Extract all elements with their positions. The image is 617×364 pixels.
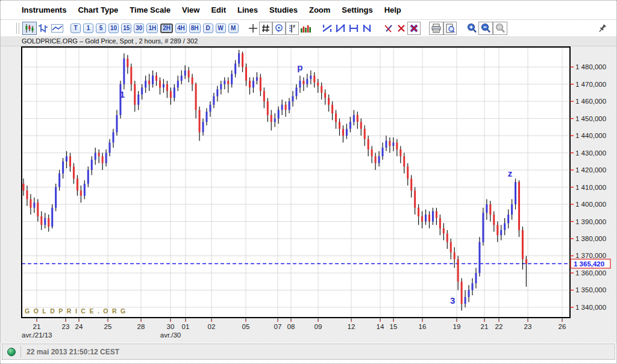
zoom-reset-button[interactable] — [493, 22, 507, 35]
trendline-icon — [322, 24, 333, 33]
menu-bar: InstrumentsChart TypeTime ScaleViewEditL… — [1, 1, 616, 20]
erase-line-tool-button[interactable] — [382, 22, 395, 35]
timescale-button-1h[interactable]: 1H — [146, 24, 158, 33]
toolbar-grip[interactable] — [16, 23, 19, 34]
chart-title-bar: GOLDPRICE.ORG – Gold Price, Spot , 2 hou… — [1, 36, 616, 46]
bubble-info-toggle-button[interactable] — [272, 22, 286, 35]
menu-item-studies[interactable]: Studies — [269, 5, 298, 14]
x-tick-label: 28 — [137, 323, 145, 330]
delete-x-icon — [396, 24, 406, 33]
menu-item-help[interactable]: Help — [384, 5, 401, 14]
watermark: GOLDPRICE.ORG — [25, 307, 130, 315]
x-tick-label: 02 — [208, 323, 216, 330]
y-tick-label: 1 480,000 — [575, 63, 606, 71]
chart-area[interactable]: GOLDPRICE.ORG1pz31 340,0001 350,0001 360… — [1, 46, 617, 343]
menu-item-instruments[interactable]: Instruments — [22, 5, 66, 14]
delete-all-lines-button[interactable] — [407, 22, 421, 35]
timescale-button-30[interactable]: 30 — [134, 24, 144, 33]
line-chart-icon — [51, 24, 63, 33]
menu-item-chart-type[interactable]: Chart Type — [78, 5, 118, 14]
grid-toggle-button[interactable] — [259, 22, 272, 35]
y-tick-label: 1 410,000 — [575, 184, 606, 191]
print-preview-button[interactable] — [443, 22, 457, 35]
line-chart-type-button[interactable] — [50, 22, 64, 35]
zoom-in-button[interactable] — [465, 22, 478, 35]
menu-item-time-scale[interactable]: Time Scale — [130, 5, 171, 14]
y-tick-label: 1 370,000 — [575, 252, 606, 259]
x-tick-label: 16 — [419, 323, 427, 330]
printer-icon — [431, 24, 442, 33]
wave-annotation-3[interactable]: 3 — [450, 295, 455, 306]
x-tick-label: 01 — [182, 323, 190, 330]
y-tick-label: 1 470,000 — [575, 81, 606, 88]
trendline-tool-button[interactable] — [321, 22, 334, 35]
menu-item-lines[interactable]: Lines — [237, 5, 258, 14]
wave-annotation-z[interactable]: z — [508, 168, 513, 178]
toolbar: T151015301H2H4H8HDWM — [1, 20, 616, 36]
timescale-button-t[interactable]: T — [70, 24, 81, 33]
horizontal-segment-tool-button[interactable] — [347, 22, 360, 35]
y-tick-label: 1 360,000 — [575, 269, 606, 277]
x-tick-label: 19 — [453, 323, 461, 330]
trendline-extended-icon — [335, 24, 346, 33]
x-tick-label: 15 — [390, 323, 398, 330]
trendline-extended-tool-button[interactable] — [334, 22, 347, 35]
menu-item-settings[interactable]: Settings — [342, 5, 372, 14]
zoom-out-button[interactable] — [478, 22, 493, 35]
ohlc-bar-chart-icon — [38, 24, 49, 33]
connection-status-icon — [7, 348, 16, 356]
y-tick-label: 1 420,000 — [575, 166, 606, 174]
x-tick-label: 21 — [481, 323, 489, 330]
x-tick-label: 07 — [274, 323, 282, 330]
delete-line-tool-button[interactable] — [395, 22, 407, 35]
chart-title: GOLDPRICE.ORG – Gold Price, Spot , 2 hou… — [22, 37, 198, 45]
timescale-button-4h[interactable]: 4H — [175, 24, 187, 33]
x-tick-label: 23 — [524, 323, 532, 330]
y-tick-label: 1 440,000 — [575, 132, 606, 139]
x-tick-label: 09 — [315, 323, 322, 330]
crosshair-tool-button[interactable] — [247, 22, 259, 35]
timescale-button-1[interactable]: 1 — [83, 24, 93, 33]
status-bar: 22 mai 2013 21:50:12 CEST — [2, 344, 615, 360]
timescale-button-15[interactable]: 15 — [121, 24, 131, 33]
toolbar-pin-button[interactable] — [596, 22, 608, 35]
price-scale-toggle-button[interactable]: # — [286, 22, 299, 35]
x-tick-label: 25 — [104, 323, 112, 330]
print-button[interactable] — [429, 22, 443, 35]
timescale-button-w[interactable]: W — [216, 24, 226, 33]
timescale-button-5[interactable]: 5 — [96, 24, 106, 33]
menu-item-view[interactable]: View — [182, 5, 199, 14]
crosshair-icon — [248, 24, 258, 33]
y-tick-label: 1 460,000 — [575, 98, 606, 105]
last-price-label: 1 365,420 — [574, 260, 604, 268]
timescale-button-8h[interactable]: 8H — [189, 24, 201, 33]
price-chart[interactable]: GOLDPRICE.ORG1pz31 340,0001 350,0001 360… — [1, 46, 617, 343]
x-tick-label: 21 — [33, 323, 41, 330]
timescale-button-2h[interactable]: 2H — [160, 24, 173, 33]
menu-item-edit[interactable]: Edit — [211, 5, 226, 14]
x-tick-label: 05 — [242, 323, 250, 330]
x-date-label: avr./21/13 — [22, 331, 52, 339]
ohlc-bar-chart-type-button[interactable] — [37, 22, 50, 35]
wave-annotation-p[interactable]: p — [297, 62, 302, 72]
delete-all-icon — [409, 24, 419, 33]
svg-text:#: # — [293, 24, 295, 28]
vertical-trend-tool-button[interactable] — [360, 22, 374, 35]
x-date-label: avr./30 — [160, 331, 181, 339]
price-scale-icon: # — [287, 24, 297, 33]
candlestick-chart-icon — [24, 24, 35, 33]
y-tick-label: 1 400,000 — [575, 201, 606, 208]
x-tick-label: 30 — [167, 323, 175, 330]
menu-item-zoom[interactable]: Zoom — [309, 5, 330, 14]
timescale-button-group: T151015301H2H4H8HDWM — [70, 24, 239, 33]
wave-annotation-1[interactable]: 1 — [120, 89, 125, 99]
timescale-button-m[interactable]: M — [228, 24, 239, 33]
x-tick-label: 26 — [559, 323, 566, 330]
candlestick-chart-type-button[interactable] — [22, 22, 37, 35]
y-tick-label: 1 340,000 — [575, 304, 606, 311]
volume-toggle-button[interactable] — [299, 22, 312, 35]
erase-line-icon — [383, 24, 394, 33]
app-window: InstrumentsChart TypeTime ScaleViewEditL… — [0, 0, 617, 364]
timescale-button-d[interactable]: D — [203, 24, 213, 33]
timescale-button-10[interactable]: 10 — [108, 24, 119, 33]
